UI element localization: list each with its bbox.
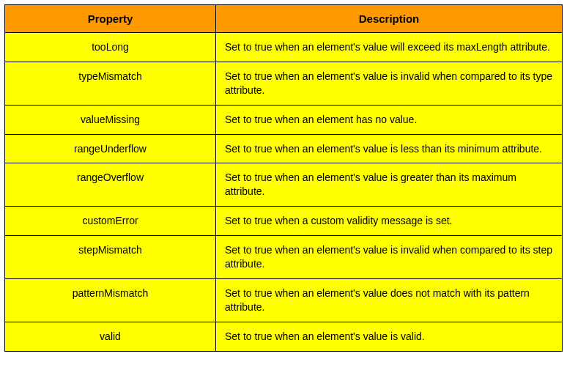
cell-description: Set to true when a custom validity messa…	[216, 207, 563, 236]
cell-description: Set to true when an element has no value…	[216, 105, 563, 134]
cell-property: rangeOverflow	[5, 163, 216, 207]
cell-description: Set to true when an element's value is i…	[216, 236, 563, 279]
table-row: valid Set to true when an element's valu…	[5, 322, 563, 351]
cell-property: valueMissing	[5, 105, 216, 134]
table-row: patternMismatch Set to true when an elem…	[5, 278, 563, 322]
table-row: stepMismatch Set to true when an element…	[5, 236, 563, 279]
cell-description: Set to true when an element's value is i…	[216, 62, 563, 105]
table-row: rangeUnderflow Set to true when an eleme…	[5, 134, 563, 163]
table-row: tooLong Set to true when an element's va…	[5, 33, 563, 62]
cell-property: typeMismatch	[5, 62, 216, 105]
cell-description: Set to true when an element's value does…	[216, 278, 563, 322]
table-row: customError Set to true when a custom va…	[5, 207, 563, 236]
header-description: Description	[216, 5, 563, 33]
cell-property: customError	[5, 207, 216, 236]
validity-properties-table: Property Description tooLong Set to true…	[4, 4, 563, 352]
table-header-row: Property Description	[5, 5, 563, 33]
cell-property: patternMismatch	[5, 278, 216, 322]
cell-property: valid	[5, 322, 216, 351]
cell-property: tooLong	[5, 33, 216, 62]
table-row: rangeOverflow Set to true when an elemen…	[5, 163, 563, 207]
cell-description: Set to true when an element's value is l…	[216, 134, 563, 163]
table-container: Property Description tooLong Set to true…	[0, 0, 567, 356]
cell-description: Set to true when an element's value is v…	[216, 322, 563, 351]
cell-description: Set to true when an element's value is g…	[216, 163, 563, 207]
table-row: typeMismatch Set to true when an element…	[5, 62, 563, 105]
table-row: valueMissing Set to true when an element…	[5, 105, 563, 134]
cell-description: Set to true when an element's value will…	[216, 33, 563, 62]
cell-property: rangeUnderflow	[5, 134, 216, 163]
cell-property: stepMismatch	[5, 236, 216, 279]
header-property: Property	[5, 5, 216, 33]
